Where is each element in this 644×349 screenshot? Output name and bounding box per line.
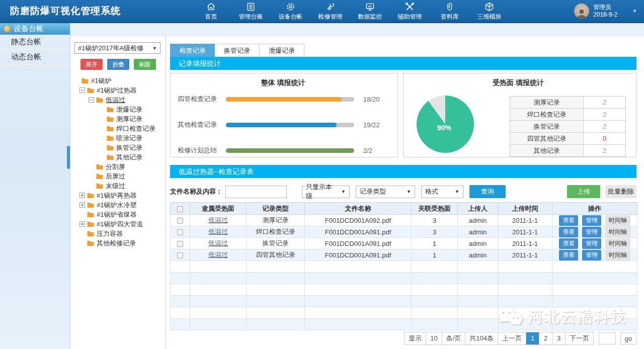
tree-node[interactable]: 其他记录 [70, 152, 166, 162]
nav-item-ledger[interactable]: 管理台账 [231, 0, 271, 22]
manage-button[interactable]: 管理 [582, 215, 601, 226]
uploader-cell: admin [458, 249, 498, 261]
view-button[interactable]: 查看 [559, 227, 578, 237]
view-button[interactable]: 查看 [559, 215, 578, 226]
view-button[interactable]: 查看 [559, 238, 578, 249]
next-page-button[interactable]: 下一页 [565, 332, 593, 344]
goto-page-input[interactable] [599, 332, 616, 344]
page-button-1[interactable]: 1 [526, 332, 539, 344]
record-type-cell: 焊口检查记录 [247, 226, 305, 238]
linked-surface-cell: 1 [412, 249, 458, 261]
monitor-icon [365, 2, 375, 12]
upload-time-cell: 2011-1-1 [498, 238, 552, 249]
select-all-checkbox[interactable] [177, 206, 183, 212]
column-header: 上传时间 [498, 203, 552, 215]
sidebar-item-equipment-ledger[interactable]: 设备台帐 [0, 23, 70, 35]
tree-node[interactable]: −#1锅炉过热器 [70, 85, 166, 95]
tree-node[interactable]: #1锅炉 [70, 76, 166, 85]
chevron-down-icon: ▼ [450, 189, 459, 194]
go-button[interactable]: go [620, 332, 636, 344]
nav-item-monitor[interactable]: 数据监控 [350, 0, 390, 22]
chevron-down-icon[interactable]: ▼ [632, 9, 637, 14]
row-checkbox[interactable] [177, 229, 183, 235]
manage-button[interactable]: 管理 [582, 238, 601, 249]
surface-count-label: 换管记录 [510, 121, 584, 133]
expander-icon[interactable]: + [79, 202, 85, 208]
tree-node[interactable]: 换管记录 [70, 143, 166, 152]
collapse-button[interactable]: 折叠 [107, 59, 129, 70]
expand-button[interactable]: 展开 [80, 59, 103, 70]
page-size-select[interactable]: 10 [426, 332, 441, 344]
record-type-select[interactable]: 记录类型 ▼ [356, 186, 415, 198]
tree-node[interactable]: #1锅炉省煤器 [70, 210, 166, 219]
folder-icon [96, 97, 104, 103]
tree-node[interactable]: +#1锅炉四大管道 [70, 219, 166, 229]
folder-icon [87, 202, 95, 208]
row-checkbox[interactable] [177, 252, 183, 258]
timeline-button[interactable]: 时间轴 [605, 227, 630, 237]
tree-node[interactable]: 泄爆记录 [70, 105, 166, 114]
folder-icon [87, 221, 95, 227]
nav-item-library[interactable]: 资料库 [430, 0, 469, 22]
tree-node[interactable]: 焊口检查记录 [70, 124, 166, 133]
bar-label: 其他检查记录 [178, 120, 226, 129]
surface-count: 0 [584, 133, 626, 145]
surface-count-label: 其他记录 [510, 145, 584, 157]
timeline-button[interactable]: 时间轴 [605, 250, 630, 260]
search-button[interactable]: 查询 [469, 185, 506, 198]
tab-explosion-records[interactable]: 泄爆记录 [260, 44, 304, 57]
expander-icon[interactable]: − [79, 88, 85, 93]
tree-node[interactable]: 其他检修记录 [70, 238, 166, 248]
sidebar-item-static-ledger[interactable]: 静态台帐 [0, 35, 70, 50]
tree-node[interactable]: 喷涂记录 [70, 133, 166, 143]
expander-icon[interactable]: + [79, 193, 85, 198]
surface-link[interactable]: 低温过 [208, 239, 228, 247]
tree-node[interactable]: +#1锅炉再热器 [70, 191, 166, 200]
tree-node[interactable]: −低温过 [70, 95, 166, 105]
batch-delete-button[interactable]: 批量删除 [605, 185, 636, 198]
format-select[interactable]: 格式 ▼ [421, 186, 463, 198]
tree-node-label: 测厚记录 [116, 115, 142, 124]
nav-item-home[interactable]: 首页 [191, 0, 231, 22]
expander-icon[interactable]: + [79, 221, 85, 227]
pagination: 显示 10 条/页 共104条 上一页 1 2 3 下一页 go [170, 332, 636, 345]
plan-select[interactable]: #1锅炉2017年A级检修 ▼ [74, 42, 160, 54]
row-checkbox[interactable] [177, 241, 183, 247]
row-checkbox[interactable] [177, 218, 183, 224]
nav-item-auxiliary[interactable]: 辅助管理 [390, 0, 430, 22]
folder-icon [96, 183, 104, 189]
tab-inspection-records[interactable]: 检查记录 [170, 44, 215, 57]
tab-tube-replacement-records[interactable]: 换管记录 [215, 44, 260, 57]
tree-node[interactable]: 分割屏 [70, 162, 166, 171]
user-menu[interactable]: 管理员 2016-9-2 ▼ [574, 4, 644, 19]
prev-page-button[interactable]: 上一页 [498, 332, 526, 344]
tree-node-label: 喷涂记录 [116, 134, 142, 143]
tree-node[interactable]: 末级过 [70, 181, 166, 191]
tree-node[interactable]: +#1锅炉水冷壁 [70, 200, 166, 210]
scrollbar-thumb[interactable] [67, 146, 70, 169]
manage-button[interactable]: 管理 [582, 250, 601, 260]
tree-node[interactable]: 测厚记录 [70, 114, 166, 124]
surface-link[interactable]: 低温过 [208, 228, 228, 235]
manage-button[interactable]: 管理 [582, 227, 601, 237]
surface-link[interactable]: 低温过 [208, 216, 228, 224]
view-button[interactable]: 查看 [559, 250, 578, 260]
nav-item-maintenance[interactable]: 检修管理 [310, 0, 350, 22]
scope-select[interactable]: 只显示本级 ▼ [302, 186, 350, 198]
tools-icon [405, 2, 415, 12]
page-button-2[interactable]: 2 [539, 332, 552, 344]
tree-node[interactable]: 压力容器 [70, 229, 166, 238]
page-button-3[interactable]: 3 [552, 332, 565, 344]
upload-button[interactable]: 上传 [567, 185, 600, 198]
nav-item-equipment[interactable]: 设备台帐 [271, 0, 310, 22]
nav-item-3d[interactable]: 三维模块 [469, 0, 509, 22]
timeline-button[interactable]: 时间轴 [605, 238, 630, 249]
tree-node[interactable]: 后屏过 [70, 171, 166, 181]
timeline-button[interactable]: 时间轴 [605, 215, 630, 226]
file-name-input[interactable] [225, 186, 287, 198]
surface-link[interactable]: 低温过 [208, 251, 228, 258]
bar-label: 检修计划总结 [178, 146, 226, 155]
sidebar-item-dynamic-ledger[interactable]: 动态台帐 [0, 50, 70, 65]
expander-icon[interactable]: − [89, 97, 94, 103]
refresh-button[interactable]: 刷新 [134, 59, 156, 70]
